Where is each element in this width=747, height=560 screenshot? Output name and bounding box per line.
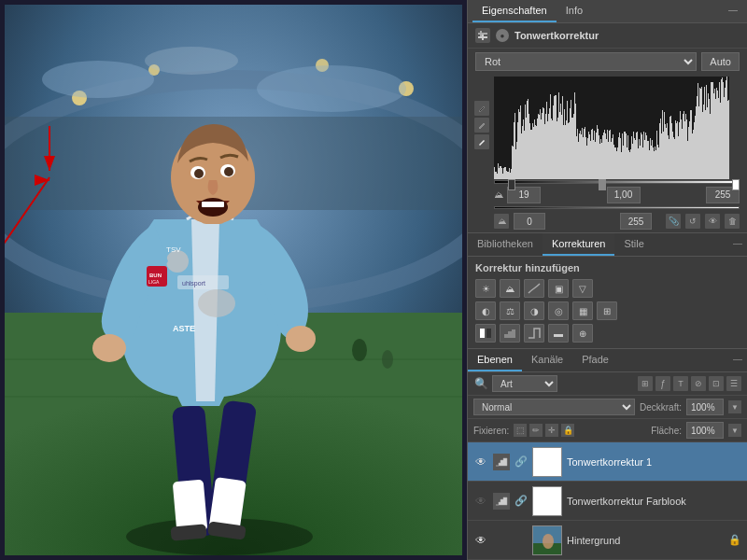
output-white-input[interactable]: [620, 213, 652, 230]
svg-text:uhlsport: uhlsport: [182, 280, 205, 287]
layer-group-icon[interactable]: ☰: [726, 376, 741, 391]
layer-lock-hintergrund: 🔒: [728, 534, 741, 547]
levels-output-icon[interactable]: ⛰: [494, 214, 509, 229]
photo-bg: TSV uhlsport ASTE: [5, 5, 462, 555]
layer-link-tonwert1[interactable]: 🔗: [514, 455, 528, 469]
layer-name-farblook: Tonwertkorrektur Farblook: [567, 496, 741, 507]
svg-point-40: [198, 289, 235, 317]
layer-style-icon[interactable]: ƒ: [655, 376, 670, 391]
layer-link-farblook[interactable]: 🔗: [514, 495, 528, 508]
layers-toolbar-icons: ⊞ ƒ T ⊘ ⊡ ☰: [638, 376, 741, 391]
svg-text:TSV: TSV: [166, 245, 181, 254]
posterize-icon[interactable]: [500, 324, 520, 343]
fix-lock-icon[interactable]: 🔒: [561, 424, 574, 437]
layer-mask-tonwert1: [532, 447, 562, 477]
correction-collapse[interactable]: —: [728, 233, 747, 256]
histogram-area: [494, 77, 740, 179]
bottom-icons-row: ⛰ 📎 ↺ 👁 🗑: [468, 210, 747, 233]
channel-mixer-icon[interactable]: ▦: [572, 301, 593, 320]
tab-kanaele[interactable]: Kanäle: [522, 349, 572, 371]
layers-collapse-btn[interactable]: —: [728, 349, 747, 371]
layer-visibility-tonwert1[interactable]: 👁: [473, 455, 488, 469]
curves-icon[interactable]: [524, 279, 544, 298]
blend-mode-dropdown[interactable]: Normal: [473, 399, 635, 415]
eyedropper-white-icon[interactable]: [474, 134, 489, 149]
layer-text-icon[interactable]: T: [673, 376, 688, 391]
properties-tabs: Eigenschaften Info —: [468, 0, 747, 23]
layer-name-hintergrund: Hintergrund: [567, 535, 724, 546]
layers-toolbar: 🔍 Art ⊞ ƒ T ⊘ ⊡ ☰: [468, 372, 747, 396]
output-slider-track[interactable]: [494, 206, 740, 210]
svg-point-36: [382, 350, 393, 369]
correction-row-3: ▬ ⊕: [475, 324, 740, 343]
layer-adj-icon[interactable]: ⊡: [709, 376, 724, 391]
layer-item-farblook[interactable]: 👁 🔗 Tonwertkorrektur Farblook: [468, 482, 747, 521]
flaeche-value[interactable]: [686, 422, 724, 439]
fix-transparent-icon[interactable]: ⬚: [514, 424, 527, 437]
layer-path-icon[interactable]: ⊘: [691, 376, 706, 391]
histogram-canvas: [494, 77, 729, 179]
tab-ebenen[interactable]: Ebenen: [468, 349, 522, 371]
invert-icon[interactable]: [475, 324, 496, 343]
layer-item-tonwert1[interactable]: 👁 🔗 Tonwertkorrektur 1: [468, 442, 747, 482]
color-balance-icon[interactable]: ⚖: [500, 301, 520, 320]
bw-icon[interactable]: ◑: [524, 301, 544, 320]
channel-dropdown[interactable]: Rot: [475, 52, 697, 71]
eye-preview-icon[interactable]: 👁: [705, 214, 720, 229]
tab-korrekturen[interactable]: Korrekturen: [543, 233, 614, 256]
search-layers-icon[interactable]: 🔍: [473, 376, 488, 391]
layer-comp-icon[interactable]: ⊞: [638, 376, 653, 391]
layer-visibility-hintergrund[interactable]: 👁: [473, 533, 488, 548]
eyedropper-gray-icon[interactable]: [474, 118, 489, 133]
svg-rect-34: [202, 202, 224, 207]
tab-stile[interactable]: Stile: [614, 233, 653, 256]
threshold-icon[interactable]: [524, 324, 544, 343]
brightness-icon[interactable]: ☀: [475, 279, 496, 298]
output-black-input[interactable]: [514, 213, 545, 230]
deckkraft-label: Deckkraft:: [640, 402, 682, 413]
stadium-background: TSV uhlsport ASTE: [5, 5, 462, 555]
tab-eigenschaften[interactable]: Eigenschaften: [472, 0, 557, 22]
tab-bibliotheken[interactable]: Bibliotheken: [468, 233, 543, 256]
auto-button[interactable]: Auto: [701, 52, 740, 71]
eyedropper-black-icon[interactable]: [474, 101, 489, 116]
mid-input[interactable]: [607, 187, 641, 203]
deckkraft-value[interactable]: [686, 399, 724, 415]
svg-point-49: [543, 534, 554, 549]
fixieren-row: Fixieren: ⬚ ✏ ✛ 🔒 Fläche: ▼: [468, 419, 747, 442]
deckkraft-arrow[interactable]: ▼: [728, 400, 741, 413]
flaeche-label: Fläche:: [651, 426, 682, 436]
tab-pfade[interactable]: Pfade: [572, 349, 618, 371]
hue-sat-icon[interactable]: ◐: [475, 301, 496, 320]
delete-icon[interactable]: 🗑: [725, 214, 740, 229]
levels-adj-icon[interactable]: ⛰: [500, 279, 520, 298]
svg-point-32: [224, 167, 233, 176]
refresh-icon[interactable]: ↺: [685, 214, 700, 229]
layer-visibility-farblook[interactable]: 👁: [473, 494, 488, 509]
vibrance-icon[interactable]: ▽: [572, 279, 593, 298]
panel-title: Tonwertkorrektur: [514, 30, 599, 41]
correction-add-panel: Korrektur hinzufügen ☀ ⛰ ▣ ▽ ◐ ⚖ ◑ ◎ ▦ ⊞: [468, 257, 747, 349]
layer-type-icon-farblook: [493, 493, 510, 510]
panel-collapse-btn[interactable]: —: [724, 0, 742, 22]
white-point-handle[interactable]: [732, 179, 740, 190]
correction-icons-grid: ☀ ⛰ ▣ ▽ ◐ ⚖ ◑ ◎ ▦ ⊞: [475, 279, 740, 343]
input-slider-track[interactable]: [494, 180, 740, 184]
clip-icon[interactable]: 📎: [666, 214, 681, 229]
fix-brush-icon[interactable]: ✏: [529, 424, 543, 437]
art-dropdown[interactable]: Art: [492, 375, 557, 392]
flaeche-arrow[interactable]: ▼: [728, 424, 741, 437]
black-point-handle[interactable]: [508, 179, 515, 190]
svg-point-26: [286, 326, 316, 352]
exposure-icon[interactable]: ▣: [548, 279, 569, 298]
selective-color-icon[interactable]: ⊕: [572, 324, 593, 343]
gradient-map-icon[interactable]: ▬: [548, 324, 569, 343]
midpoint-handle[interactable]: [599, 179, 606, 190]
layers-list: 👁 🔗 Tonwertkorrektur 1 👁: [468, 442, 747, 560]
tab-info[interactable]: Info: [557, 0, 592, 22]
color-lookup-icon[interactable]: ⊞: [597, 301, 617, 320]
photo-filter-icon[interactable]: ◎: [548, 301, 569, 320]
fix-move-icon[interactable]: ✛: [545, 424, 558, 437]
correction-row-1: ☀ ⛰ ▣ ▽: [475, 279, 740, 298]
layer-item-hintergrund[interactable]: 👁 Hintergrund 🔒: [468, 521, 747, 560]
